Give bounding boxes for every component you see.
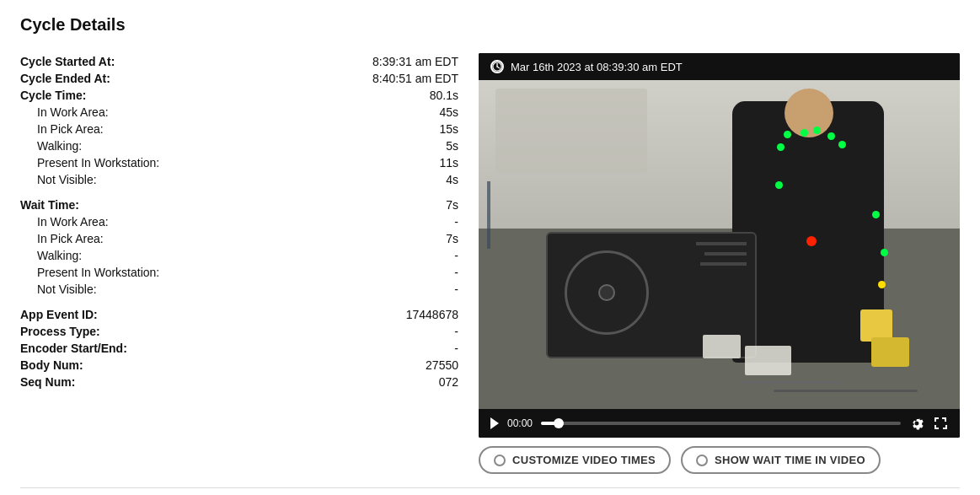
wait-in-pick-area-label: In Pick Area:	[37, 232, 104, 245]
app-event-id-row: App Event ID: 17448678	[20, 306, 458, 323]
fan-detail-1	[696, 242, 747, 245]
wait-time-circle-icon	[696, 455, 708, 466]
present-workstation-value: 11s	[439, 156, 458, 169]
body-num-value: 27550	[426, 358, 458, 372]
process-type-value: -	[454, 325, 458, 338]
pose-dot-6	[838, 141, 846, 148]
wait-not-visible-value: -	[454, 282, 458, 296]
white-card-1	[745, 346, 791, 375]
pose-dot-9	[881, 249, 888, 256]
customize-video-times-button[interactable]: CUSTOMIZE VIDEO TIMES	[479, 446, 671, 474]
cable-1	[774, 390, 918, 392]
fan-blades	[565, 250, 649, 335]
bg-pole	[487, 181, 490, 249]
wait-time-btn-label: SHOW WAIT TIME IN VIDEO	[715, 454, 865, 466]
cycle-time-row: Cycle Time: 80.1s	[20, 87, 458, 104]
time-display: 00:00	[507, 417, 533, 429]
present-workstation-row: Present In Workstation: 11s	[20, 154, 458, 171]
play-icon	[490, 417, 499, 429]
yellow-box-2	[871, 337, 909, 367]
wait-not-visible-label: Not Visible:	[37, 282, 97, 296]
fan-detail-2	[704, 252, 747, 256]
bg-monitor	[495, 89, 647, 173]
worker-head	[785, 89, 833, 137]
pose-dot-7	[775, 181, 783, 189]
cycle-started-row: Cycle Started At: 8:39:31 am EDT	[20, 53, 458, 70]
wait-in-work-area-label: In Work Area:	[37, 215, 109, 229]
not-visible-row: Not Visible: 4s	[20, 171, 458, 188]
fan-detail-3	[700, 262, 747, 266]
encoder-label: Encoder Start/End:	[20, 342, 127, 355]
pose-dot-3	[813, 126, 821, 134]
walking-row: Walking: 5s	[20, 137, 458, 154]
in-pick-area-value: 15s	[439, 122, 458, 136]
show-wait-time-video-button[interactable]: SHOW WAIT TIME IN VIDEO	[681, 446, 881, 474]
pose-dot-4	[827, 132, 835, 140]
wait-present-row: Present In Workstation: -	[20, 264, 458, 281]
fullscreen-button[interactable]	[933, 416, 948, 431]
pose-dot-yellow	[878, 281, 886, 288]
cycle-ended-row: Cycle Ended At: 8:40:51 am EDT	[20, 70, 458, 87]
body-num-label: Body Num:	[20, 358, 83, 372]
bottom-divider	[20, 487, 960, 488]
seq-num-value: 072	[439, 375, 458, 389]
pose-dot-8	[872, 211, 880, 218]
svg-line-2	[497, 67, 500, 68]
wait-in-work-area-row: In Work Area: -	[20, 213, 458, 230]
video-buttons: CUSTOMIZE VIDEO TIMES SHOW WAIT TIME IN …	[479, 446, 960, 474]
video-progress-bar[interactable]	[541, 422, 901, 425]
wait-present-label: Present In Workstation:	[37, 266, 159, 279]
cycle-ended-value: 8:40:51 am EDT	[372, 72, 458, 85]
process-type-row: Process Type: -	[20, 323, 458, 340]
play-button[interactable]	[490, 417, 499, 429]
customize-circle-icon	[494, 455, 506, 466]
wait-present-value: -	[454, 266, 458, 279]
details-panel: Cycle Started At: 8:39:31 am EDT Cycle E…	[20, 53, 458, 474]
encoder-value: -	[454, 342, 458, 355]
clock-icon	[490, 60, 504, 73]
video-frame	[479, 80, 960, 409]
body-num-row: Body Num: 27550	[20, 357, 458, 374]
pose-dot-1	[784, 131, 791, 138]
not-visible-label: Not Visible:	[37, 173, 97, 186]
app-event-id-value: 17448678	[406, 308, 458, 321]
seq-num-row: Seq Num: 072	[20, 374, 458, 390]
pose-dot-5	[777, 143, 785, 151]
progress-handle	[554, 418, 564, 428]
seq-num-label: Seq Num:	[20, 375, 75, 389]
cycle-started-value: 8:39:31 am EDT	[372, 55, 458, 68]
video-controls: 00:00	[479, 409, 960, 438]
wait-in-pick-area-value: 7s	[446, 232, 458, 245]
wait-time-value: 7s	[446, 198, 458, 212]
video-header: Mar 16th 2023 at 08:39:30 am EDT	[479, 53, 960, 80]
cycle-time-label: Cycle Time:	[20, 89, 86, 102]
in-work-area-value: 45s	[439, 105, 458, 119]
wait-not-visible-row: Not Visible: -	[20, 281, 458, 298]
page-title: Cycle Details	[20, 15, 960, 35]
cycle-started-label: Cycle Started At:	[20, 55, 115, 68]
in-pick-area-label: In Pick Area:	[37, 122, 104, 136]
pose-dot-2	[801, 129, 808, 137]
app-event-id-label: App Event ID:	[20, 308, 98, 321]
wait-walking-label: Walking:	[37, 249, 82, 262]
wait-time-row: Wait Time: 7s	[20, 196, 458, 213]
settings-button[interactable]	[909, 416, 924, 431]
walking-value: 5s	[446, 139, 458, 153]
customize-btn-label: CUSTOMIZE VIDEO TIMES	[512, 454, 656, 466]
in-pick-area-row: In Pick Area: 15s	[20, 121, 458, 137]
cable-2	[741, 381, 842, 384]
not-visible-value: 4s	[446, 173, 458, 186]
cycle-time-value: 80.1s	[430, 89, 458, 102]
wait-time-label: Wait Time:	[20, 198, 79, 212]
cycle-ended-label: Cycle Ended At:	[20, 72, 110, 85]
video-panel: Mar 16th 2023 at 08:39:30 am EDT	[479, 53, 960, 474]
in-work-area-label: In Work Area:	[37, 105, 109, 119]
fan-center	[598, 284, 615, 301]
video-timestamp: Mar 16th 2023 at 08:39:30 am EDT	[511, 61, 683, 73]
wait-walking-value: -	[454, 249, 458, 262]
pose-dot-red	[806, 236, 817, 246]
present-workstation-label: Present In Workstation:	[37, 156, 159, 169]
walking-label: Walking:	[37, 139, 82, 153]
white-card-2	[703, 335, 741, 358]
encoder-row: Encoder Start/End: -	[20, 340, 458, 357]
